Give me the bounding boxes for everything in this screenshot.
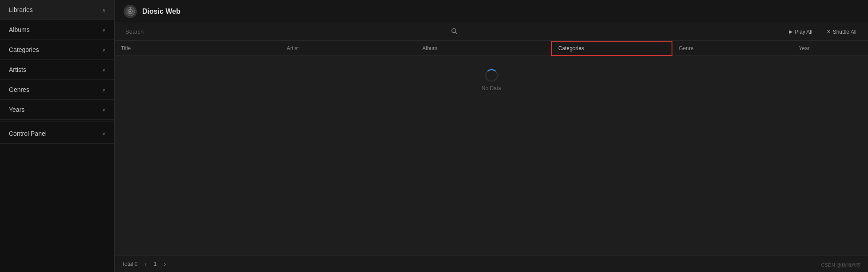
sidebar-item-label: Genres [9, 86, 29, 93]
play-icon: ▶ [789, 29, 792, 35]
watermark: CSDN @杨浦老苏 [821, 262, 861, 268]
current-page: 1 [154, 261, 157, 267]
sidebar-item-albums[interactable]: Albums ∨ [0, 20, 114, 40]
loading-spinner [485, 69, 498, 82]
sidebar-item-artists[interactable]: Artists ∨ [0, 60, 114, 80]
toolbar: ▶ Play All ✕ Shuttle All [115, 23, 868, 41]
sidebar-item-libraries[interactable]: Libraries ∧ [0, 0, 114, 20]
col-header-categories: Categories [552, 41, 672, 55]
sidebar-item-label: Albums [9, 26, 30, 33]
total-count: Total 0 [122, 261, 137, 267]
play-all-button[interactable]: ▶ Play All [784, 27, 816, 37]
prev-page-button[interactable]: ‹ [142, 260, 149, 268]
next-page-button[interactable]: › [161, 260, 169, 268]
table-body: No Data [115, 55, 868, 105]
sidebar-item-label: Years [9, 106, 24, 113]
col-header-genre: Genre [672, 41, 792, 55]
chevron-down-icon: ∨ [102, 107, 105, 112]
data-table: Title Artist Album Categories Genre [115, 41, 868, 105]
table-container: Title Artist Album Categories Genre [115, 41, 868, 256]
app-logo [124, 5, 137, 18]
sidebar-item-categories[interactable]: Categories ∨ [0, 40, 114, 60]
col-header-year: Year [792, 41, 868, 55]
svg-point-2 [129, 11, 131, 12]
chevron-down-icon: ∨ [102, 131, 105, 136]
next-icon: › [164, 260, 166, 268]
chevron-down-icon: ∨ [102, 67, 105, 72]
col-header-title: Title [115, 41, 280, 55]
logo-icon [125, 7, 135, 16]
search-icon-button[interactable] [451, 28, 457, 35]
search-icon [451, 28, 457, 34]
col-header-album: Album [416, 41, 552, 55]
svg-line-5 [455, 32, 457, 34]
chevron-down-icon: ∨ [102, 28, 105, 32]
app-title: Diosic Web [142, 8, 180, 16]
no-data-area: No Data [115, 56, 868, 105]
chevron-down-icon: ∨ [102, 47, 105, 52]
sidebar-divider [0, 122, 114, 122]
table-header-row: Title Artist Album Categories Genre [115, 41, 868, 55]
prev-icon: ‹ [144, 260, 147, 268]
search-input[interactable] [122, 27, 446, 37]
chevron-up-icon: ∧ [102, 8, 105, 12]
shuttle-all-button[interactable]: ✕ Shuttle All [822, 27, 861, 37]
sidebar-item-years[interactable]: Years ∨ [0, 100, 114, 120]
shuffle-icon: ✕ [827, 29, 831, 35]
no-data-text: No Data [481, 85, 501, 91]
main-content: Diosic Web ▶ Play All ✕ Shuttle All Titl [115, 0, 868, 272]
pagination-bar: Total 0 ‹ 1 › [115, 256, 868, 272]
sidebar-item-genres[interactable]: Genres ∨ [0, 80, 114, 100]
app-header: Diosic Web [115, 0, 868, 23]
chevron-down-icon: ∨ [102, 87, 105, 92]
sidebar-item-control-panel[interactable]: Control Panel ∨ [0, 124, 114, 144]
sidebar-item-label: Libraries [9, 6, 33, 13]
no-data-row: No Data [115, 55, 868, 105]
sidebar-item-label: Control Panel [9, 130, 47, 137]
play-all-label: Play All [795, 29, 812, 35]
shuttle-all-label: Shuttle All [833, 29, 856, 35]
sidebar: Libraries ∧ Albums ∨ Categories ∨ Artist… [0, 0, 115, 272]
sidebar-item-label: Categories [9, 46, 39, 53]
col-header-artist: Artist [280, 41, 416, 55]
sidebar-item-label: Artists [9, 66, 26, 73]
